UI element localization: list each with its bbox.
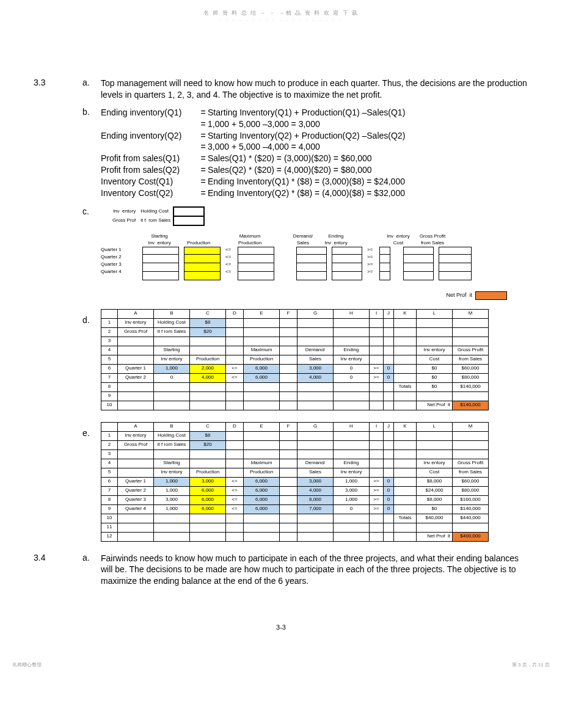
problem-3-4-a: 3.4 a. Fairwinds needs to know how much … xyxy=(31,553,531,588)
c-production xyxy=(184,247,221,280)
c-q4: Quarter 4 xyxy=(101,269,137,276)
c-q1: Quarter 1 xyxy=(101,247,137,254)
f-r1l: Ending inventory(Q1) xyxy=(101,107,199,118)
problem-number: 3.3 xyxy=(31,78,82,101)
f-r2l: Ending inventory(Q2) xyxy=(101,130,199,142)
c-gprofit xyxy=(439,247,472,280)
problem-3-3-c: c. Inv entoryHolding Cost Gross Profit f… xyxy=(31,206,531,300)
problem-number-34: 3.4 xyxy=(31,553,82,588)
sub-a: a. xyxy=(82,78,101,101)
f-r4l: Profit from sales(Q2) xyxy=(101,164,199,176)
text-3-4-a: Fairwinds needs to know how much to part… xyxy=(101,553,531,588)
problem-3-3-d: d. ABCDEFGHIJKLM 1Inv entoryHolding Cost… xyxy=(31,306,531,410)
table-d: ABCDEFGHIJKLM 1Inv entoryHolding Cost$8 … xyxy=(101,309,489,410)
page-number: 3-3 xyxy=(31,624,531,631)
f-r1b: 1,000 + 5,000 –3,000 = 3,000 xyxy=(208,118,531,130)
problem-3-3-e: e. ABCDEFGHIJKLM 1Inv entoryHolding Cost… xyxy=(31,419,531,542)
c-ending-inv xyxy=(332,247,362,280)
f-r6r: Ending Inventory(Q2) * ($8) = (4,000)($8… xyxy=(208,187,531,199)
problem-3-3-b: b. Ending inventory(Q1)=Starting Invento… xyxy=(31,107,531,199)
c-params: Inv entoryHolding Cost Gross Profit f ro… xyxy=(110,206,205,226)
f-r4r: Sales(Q2) * ($20) = (4,000)($20) = $80,0… xyxy=(208,164,531,176)
c-starting-inv xyxy=(142,247,179,280)
f-r2r: Starting Inventory(Q2) + Production(Q2) … xyxy=(208,130,531,142)
top-header-dashes: - - - - - - - - - - - - - - - - - - - xyxy=(0,17,562,23)
f-r1r: Starting Inventory(Q1) + Production(Q1) … xyxy=(208,107,531,118)
sub-b: b. xyxy=(82,107,101,199)
f-r3l: Profit from sales(Q1) xyxy=(101,153,199,164)
problem-3-3-a: 3.3 a. Top management will need to know … xyxy=(31,78,531,101)
sub-a-34: a. xyxy=(82,553,101,588)
c-q2: Quarter 2 xyxy=(101,254,137,261)
c-invcost xyxy=(403,247,434,280)
f-r5l: Inventory Cost(Q1) xyxy=(101,176,199,187)
footer-right: 第 3 页，共 11 页 xyxy=(512,661,550,668)
c-demand xyxy=(296,247,327,280)
f-r2b: 3,000 + 5,000 –4,000 = 4,000 xyxy=(208,141,531,153)
top-header: 名 师 资 料 总 结 － － －精 品 资 料 欢 迎 下 载 xyxy=(0,0,562,17)
f-r3r: Sales(Q1) * ($20) = (3,000)($20) = $60,0… xyxy=(208,153,531,164)
c-min xyxy=(379,247,390,280)
table-e: ABCDEFGHIJKLM 1Inv entoryHolding Cost$8 … xyxy=(101,422,489,542)
c-net-profit: Net Prof it xyxy=(101,291,507,300)
f-r6l: Inventory Cost(Q2) xyxy=(101,187,199,199)
text-3-3-a: Top management will need to know how muc… xyxy=(101,78,531,101)
sub-c: c. xyxy=(82,206,101,300)
f-r5r: Ending Inventory(Q1) * ($8) = (3,000)($8… xyxy=(208,176,531,187)
c-max-prod xyxy=(238,247,274,280)
sub-d: d. xyxy=(82,315,101,409)
footer-left: 名师精心整理 xyxy=(12,661,42,668)
c-q3: Quarter 3 xyxy=(101,261,137,269)
sub-e: e. xyxy=(82,428,101,540)
